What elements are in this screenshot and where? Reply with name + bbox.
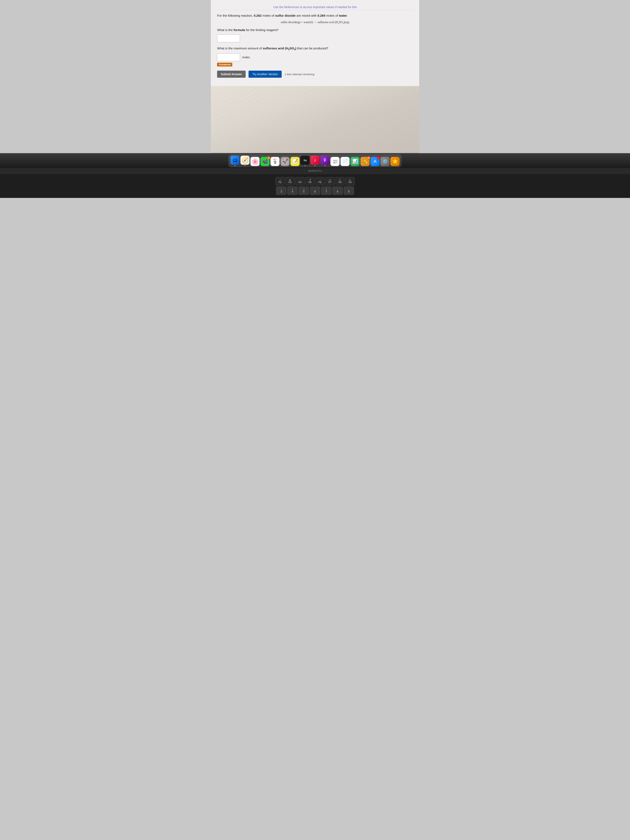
podcasts-icon: 🎙 [321,156,330,165]
key-5[interactable]: % 5 [298,186,309,195]
dock-item-facetime[interactable]: 📹 15 [261,157,270,166]
textedit-icon: 📄 [340,157,350,166]
pages-icon: ✏️ 10 [360,157,369,166]
question2-label: What is the maximum amount of sulfurous … [217,46,413,51]
key-5-top: % [303,188,305,190]
dock-item-textedit[interactable]: 📄 [340,157,350,166]
news-icon: 📰 [330,157,339,166]
submit-answer-button[interactable]: Submit Answer [217,71,246,78]
key-6-main: 6 [314,190,316,193]
key-f4-label: F4 [298,181,302,184]
music-icon: ♪ [310,156,320,165]
buttons-row: Submit Answer Try Another Version 1 item… [217,71,413,78]
key-f2[interactable]: ☀ F2 [275,177,284,185]
key-f6[interactable]: ☽ F6 [316,177,325,185]
appletv-dot [305,165,305,166]
finder-dot [235,165,235,166]
water-moles: 0.284 [317,14,325,17]
chemical-equation: sulfur dioxide(g) + water(ℓ) → sulfurous… [217,21,413,24]
dock-item-news[interactable]: 📰 [330,157,339,166]
water-compound: water [339,14,347,17]
key-f6-icon: ☽ [319,179,321,181]
dock-item-music[interactable]: ♪ [310,156,320,166]
finder-icon: 🗂 [231,156,240,165]
facetime-badge: 15 [267,156,270,159]
key-4[interactable]: $ 4 [287,186,298,195]
dock-item-safari[interactable]: 🧭 [240,156,249,166]
safari-icon: 🧭 [240,156,249,165]
key-6[interactable]: ^ 6 [310,186,320,195]
key-8[interactable]: * 8 [332,186,343,195]
key-7[interactable]: & 7 [321,186,332,195]
key-f2-icon: ☀ [279,179,281,181]
key-f9[interactable]: ⏭ F9 [346,177,355,185]
key-3-main: 3 [281,190,282,193]
dock-item-system-preferences[interactable]: ⚙️ [381,157,390,166]
screen-content: Use the References to access important v… [211,0,419,86]
so2-moles: 0.262 [254,14,262,17]
key-f3-icon: ▣ [289,179,291,181]
appletv-icon: tv [300,156,309,165]
try-another-version-button[interactable]: Try Another Version [248,71,281,78]
dock-item-appletv[interactable]: tv [300,156,309,166]
attempt-remaining-text: 1 item attempt remaining [284,73,314,76]
moles-input[interactable] [217,53,240,61]
key-3-top: # [281,188,282,190]
dock-item-launchpad[interactable]: 🚀 [280,157,290,166]
dock-item-xcode[interactable]: A 1 [370,157,380,166]
fn-key-row: ☀ F2 ▣ F3 ⌕ F4 🎤 F5 ☽ F6 ⏮ F7 ⏯ F8 ⏭ F9 [2,177,628,185]
dock-item-sidecar[interactable]: ⭐ [390,157,399,166]
key-8-top: * [337,188,338,190]
dock-item-pages[interactable]: ✏️ 10 [360,157,369,166]
key-f4-icon: ⌕ [300,179,301,181]
xcode-badge: 1 [377,156,380,159]
references-link[interactable]: Use the References to access important v… [217,4,413,10]
key-f7[interactable]: ⏮ F7 [325,177,335,185]
photos-icon: 🌸 [250,157,260,166]
key-4-top: $ [292,188,293,190]
dock-item-notes[interactable]: 📝 [291,157,300,166]
key-9[interactable]: ( 9 [344,186,354,195]
system-preferences-icon: ⚙️ [381,157,390,166]
so2-compound: sulfur dioxide [275,14,295,17]
dock-item-podcasts[interactable]: 🎙 [321,156,330,166]
key-9-main: 9 [348,190,350,193]
key-4-main: 4 [292,190,293,193]
moles-label: moles [242,55,250,59]
facetime-icon: 📹 15 [261,157,270,166]
pages-badge: 10 [367,156,370,159]
sidecar-icon: ⭐ [390,157,399,166]
macbook-label: MacBook Pro [308,170,322,172]
music-dot [314,165,316,166]
key-9-top: ( [349,188,349,190]
calendar-icon: MAY 9 [270,157,279,166]
key-f4[interactable]: ⌕ F4 [295,177,305,185]
dock-item-numbers[interactable]: 📊 [351,157,360,166]
answered-badge: Answered [217,63,232,66]
dock: 🗂 🧭 🌸 📹 15 MAY 9 🚀 [229,155,401,167]
key-f7-label: F7 [328,181,332,184]
key-f9-icon: ⏭ [349,179,351,181]
key-f8[interactable]: ⏯ F8 [335,177,344,185]
references-text: Use the References to access important v… [273,5,357,9]
key-f5[interactable]: 🎤 F5 [305,177,314,185]
key-f8-label: F8 [338,181,341,184]
key-f5-label: F5 [308,181,311,184]
key-f8-icon: ⏯ [339,179,341,181]
key-f6-label: F6 [319,181,322,184]
key-f3-label: F3 [289,181,292,184]
answer-input-1[interactable] [217,35,240,42]
dock-item-calendar[interactable]: MAY 9 [270,157,279,166]
xcode-icon: A 1 [370,157,380,166]
podcasts-dot [325,165,325,166]
numbers-icon: 📊 [351,157,360,166]
notes-icon: 📝 [291,157,300,166]
key-3[interactable]: # 3 [276,186,286,195]
key-7-main: 7 [325,190,327,193]
dock-container: 🗂 🧭 🌸 📹 15 MAY 9 🚀 [0,153,630,168]
key-7-top: & [325,188,327,190]
key-f3[interactable]: ▣ F3 [286,177,295,185]
key-f5-icon: 🎤 [309,179,311,181]
dock-item-finder[interactable]: 🗂 [231,156,240,166]
dock-item-photos[interactable]: 🌸 [250,157,260,166]
